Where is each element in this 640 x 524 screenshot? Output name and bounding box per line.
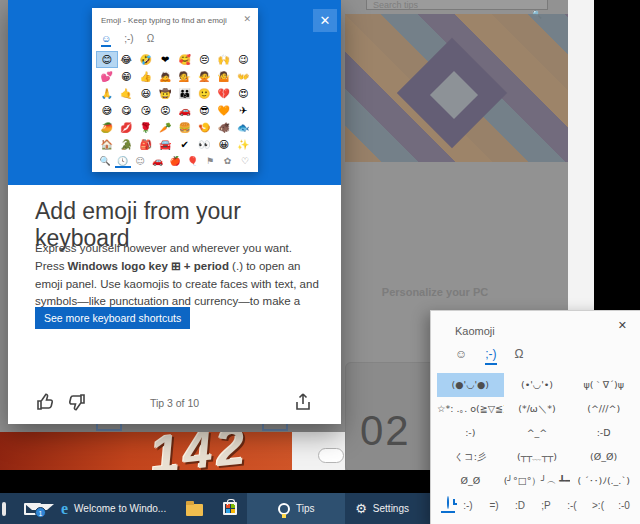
share-icon[interactable]: [293, 392, 313, 412]
kaomoji-cell[interactable]: ☆*: .｡. o(≧▽≦)o .｡. :*☆: [437, 397, 504, 421]
emoji-cell[interactable]: 🥭: [97, 120, 117, 135]
kaomoji-cell[interactable]: くコ:彡: [437, 445, 504, 469]
emoji-cell[interactable]: 🥕: [156, 120, 176, 135]
search-tips-input[interactable]: Search tips 🔍: [366, 0, 548, 10]
emoji-cell[interactable]: 🤣: [136, 52, 156, 67]
emoji-category-icon[interactable]: 🍎: [167, 156, 183, 168]
emoji-flyout-tab[interactable]: ☺: [101, 33, 111, 47]
emoji-cell[interactable]: 😎: [195, 103, 215, 118]
emoji-cell[interactable]: 🐊: [117, 137, 137, 152]
emoji-flyout-tab[interactable]: ;-): [124, 33, 133, 47]
kaomoji-cell[interactable]: ψ(｀∇´)ψ: [570, 373, 637, 397]
kaomoji-close-button[interactable]: ✕: [618, 319, 627, 332]
kaomoji-tab[interactable]: Ω: [515, 347, 524, 365]
emoji-cell[interactable]: 🍤: [195, 120, 215, 135]
emoji-cell[interactable]: 😂: [117, 52, 137, 67]
emoji-cell[interactable]: 👐: [234, 69, 254, 84]
emoji-category-icon[interactable]: 🕓: [115, 156, 131, 168]
kaomoji-cell[interactable]: (*/ω＼*): [504, 397, 571, 421]
emoji-cell[interactable]: 😁: [117, 69, 137, 84]
taskbar-edge-button[interactable]: e Welcome to Windo...: [51, 493, 176, 524]
kaomoji-category[interactable]: :-0: [611, 500, 637, 511]
emoji-cell[interactable]: 😍: [234, 86, 254, 101]
emoji-cell[interactable]: 🌹: [136, 120, 156, 135]
kaomoji-cell[interactable]: Ø_Ø: [437, 469, 504, 493]
emoji-cell[interactable]: 😉: [234, 52, 254, 67]
emoji-cell[interactable]: 😔: [195, 52, 215, 67]
emoji-cell[interactable]: 🥰: [175, 52, 195, 67]
emoji-cell[interactable]: 🧡: [214, 103, 234, 118]
emoji-cell[interactable]: 😘: [136, 103, 156, 118]
kaomoji-cell[interactable]: (╯°□°）╯︵ ┻━┻: [504, 469, 571, 493]
emoji-cell[interactable]: ✔: [175, 137, 195, 152]
emoji-cell[interactable]: 🍔: [175, 120, 195, 135]
taskbar-settings-button[interactable]: ⚙ Settings: [345, 493, 419, 524]
emoji-category-icon[interactable]: ⚑: [202, 156, 218, 168]
emoji-cell[interactable]: 🙂: [195, 86, 215, 101]
emoji-cell[interactable]: 🙏: [97, 86, 117, 101]
emoji-category-icon[interactable]: ☺: [132, 156, 148, 168]
emoji-cell[interactable]: 🚘: [156, 137, 176, 152]
emoji-cell[interactable]: 🐟: [234, 120, 254, 135]
dialog-close-button[interactable]: ✕: [313, 9, 337, 32]
emoji-cell[interactable]: 💔: [214, 86, 234, 101]
emoji-cell[interactable]: 💋: [117, 120, 137, 135]
emoji-category-icon[interactable]: 🔍: [97, 156, 113, 168]
kaomoji-category[interactable]: :D: [507, 500, 533, 511]
emoji-category-icon[interactable]: 🚗: [150, 156, 166, 168]
emoji-category-icon[interactable]: 🎈: [185, 156, 201, 168]
emoji-cell[interactable]: 🤷: [214, 69, 234, 84]
emoji-cell[interactable]: 😃: [136, 86, 156, 101]
emoji-cell[interactable]: 🐗: [214, 120, 234, 135]
emoji-cell[interactable]: 👍: [136, 69, 156, 84]
kaomoji-cell[interactable]: :-): [437, 421, 504, 445]
emoji-cell[interactable]: 🙇: [156, 69, 176, 84]
kaomoji-category[interactable]: >:(: [585, 500, 611, 511]
emoji-cell[interactable]: 😅: [97, 103, 117, 118]
emoji-category-icon[interactable]: ♡: [237, 156, 253, 168]
emoji-cell[interactable]: 👪: [175, 86, 195, 101]
emoji-cell[interactable]: 💕: [97, 69, 117, 84]
taskbar-store-button[interactable]: [213, 493, 247, 524]
emoji-cell[interactable]: 🎒: [136, 137, 156, 152]
emoji-cell[interactable]: 🙅: [195, 69, 215, 84]
emoji-cell[interactable]: 👀: [195, 137, 215, 152]
kaomoji-category[interactable]: :-): [455, 500, 481, 511]
kaomoji-cell[interactable]: (^///^): [570, 397, 637, 421]
kaomoji-tab[interactable]: ☺: [455, 347, 467, 365]
emoji-cell[interactable]: 😀: [214, 137, 234, 152]
emoji-cell[interactable]: 🤙: [117, 86, 137, 101]
emoji-cell[interactable]: ✨: [234, 137, 254, 152]
taskbar-partial-icon[interactable]: [0, 493, 14, 524]
kaomoji-cell[interactable]: :-D: [570, 421, 637, 445]
emoji-category-icon[interactable]: ✿: [220, 156, 236, 168]
emoji-cell[interactable]: ✈: [234, 103, 254, 118]
emoji-cell[interactable]: 🤠: [156, 86, 176, 101]
emoji-cell[interactable]: 🚗: [175, 103, 195, 118]
kaomoji-category[interactable]: =): [481, 500, 507, 511]
emoji-flyout-tab[interactable]: Ω: [147, 33, 154, 47]
emoji-flyout-close-icon[interactable]: ✕: [243, 14, 251, 24]
emoji-cell[interactable]: 😊: [97, 52, 117, 67]
kaomoji-cell[interactable]: ^_^: [504, 421, 571, 445]
see-more-shortcuts-button[interactable]: See more keyboard shortcuts: [35, 307, 190, 329]
recent-category-button[interactable]: [441, 497, 455, 513]
kaomoji-tab[interactable]: ;-): [485, 347, 496, 365]
emoji-cell[interactable]: 💁: [175, 69, 195, 84]
kaomoji-category[interactable]: :-(: [559, 500, 585, 511]
kaomoji-category[interactable]: ;P: [533, 500, 559, 511]
emoji-cell[interactable]: ❤: [156, 52, 176, 67]
taskbar-file-explorer-button[interactable]: [176, 493, 213, 524]
kaomoji-cell[interactable]: (┬┬﹏┬┬): [504, 445, 571, 469]
kaomoji-cell[interactable]: ( ´･･)ﾉ(._.`): [570, 469, 637, 493]
emoji-cell[interactable]: 🙌: [214, 52, 234, 67]
taskbar-mail-button[interactable]: 1: [14, 493, 51, 524]
kaomoji-cell[interactable]: (Ø_Ø): [570, 445, 637, 469]
kaomoji-cell[interactable]: (•'◡'•): [504, 373, 571, 397]
taskbar-tips-button[interactable]: Tips: [247, 493, 345, 524]
emoji-cell[interactable]: 😋: [117, 103, 137, 118]
emoji-cell[interactable]: 😡: [156, 103, 176, 118]
emoji-cell[interactable]: 🏠: [97, 137, 117, 152]
kaomoji-cell[interactable]: (●'◡'●): [437, 373, 504, 397]
lightbulb-icon: [278, 503, 290, 515]
